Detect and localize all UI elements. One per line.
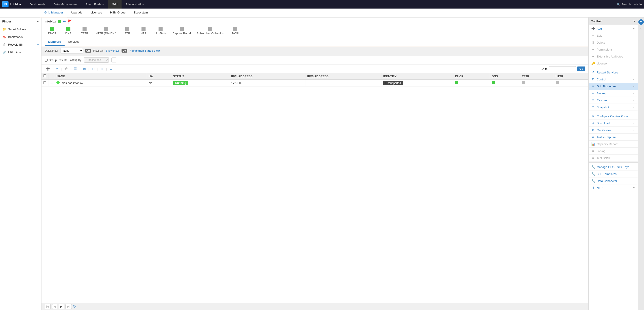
- nav-data-management[interactable]: Data Management: [50, 0, 82, 9]
- col-tftp[interactable]: TFTP: [520, 73, 554, 80]
- col-status[interactable]: STATUS: [171, 73, 230, 80]
- edit-grid-icon[interactable]: ✏: [63, 19, 66, 24]
- tab-hsm-group[interactable]: HSM Group: [106, 8, 130, 17]
- first-page-button[interactable]: |◀: [44, 304, 51, 309]
- col-ha[interactable]: HA: [147, 73, 171, 80]
- sidebar-collapse-icon[interactable]: «: [37, 19, 39, 23]
- col-ipv4[interactable]: IPV4 ADDRESS: [230, 73, 306, 80]
- row-select-checkbox[interactable]: [43, 81, 46, 84]
- tab-grid-manager[interactable]: Grid Manager: [40, 8, 67, 17]
- list-view-button[interactable]: ☰: [73, 66, 78, 71]
- toolbar-data-connector[interactable]: 🔧 Data Connector: [588, 178, 638, 185]
- select-all-checkbox[interactable]: [43, 74, 46, 77]
- app-logo[interactable]: IB Infoblox: [2, 1, 21, 8]
- toolbar-control[interactable]: ⚙ Control ▼: [588, 76, 638, 83]
- toolbar-snapshot[interactable]: ≡ Snapshot ▼: [588, 104, 638, 111]
- replication-status-link[interactable]: Replication Status View: [130, 49, 160, 52]
- detail-view-button[interactable]: ⊞: [82, 66, 87, 71]
- col-ipv6[interactable]: IPV6 ADDRESS: [306, 73, 382, 80]
- sidebar-item-url-links[interactable]: 🔗 URL Links +: [0, 48, 41, 56]
- toolbar-syslog[interactable]: ≡ Syslog: [588, 147, 638, 154]
- service-subscriber-collection[interactable]: Subscriber Collection: [194, 26, 227, 36]
- toolbar-test-snmp[interactable]: ≡ Test SNMP: [588, 154, 638, 162]
- service-captive-portal[interactable]: Captive Portal: [170, 26, 193, 36]
- help-button[interactable]: ?: [638, 19, 644, 25]
- nav-smart-folders[interactable]: Smart Folders: [82, 0, 108, 9]
- sidebar-item-recycle-bin[interactable]: 🗑 Recycle Bin +: [0, 41, 41, 48]
- export-button[interactable]: ⬆: [99, 66, 105, 71]
- toolbar-expand-icon[interactable]: »: [633, 19, 635, 23]
- col-identify[interactable]: IDENTIFY: [382, 73, 453, 80]
- toolbar-certificates[interactable]: ⚙ Certificates ▼: [588, 127, 638, 134]
- goto-button[interactable]: Go: [577, 67, 585, 71]
- edit-row-button[interactable]: ✏: [54, 66, 60, 71]
- toolbar-backup[interactable]: ↩ Backup ▼: [588, 90, 638, 97]
- tab-ecosystem[interactable]: Ecosystem: [130, 8, 152, 17]
- toolbar-download[interactable]: ⬇ Download ▼: [588, 120, 638, 127]
- table-row[interactable]: ☰ nios.poc.infoblox No Running 172.0.0.3: [42, 80, 588, 86]
- recycle-bin-add-button[interactable]: +: [37, 43, 39, 47]
- service-http[interactable]: HTTP (File Dist): [93, 26, 119, 36]
- tab-upgrade[interactable]: Upgrade: [67, 8, 86, 17]
- search-button[interactable]: 🔍 Search: [617, 3, 630, 6]
- col-dhcp[interactable]: DHCP: [453, 73, 490, 80]
- bookmarks-add-button[interactable]: +: [37, 35, 39, 39]
- toolbar-add[interactable]: ➕ Add ▼: [588, 25, 638, 32]
- goto-input[interactable]: [549, 66, 576, 71]
- url-links-add-button[interactable]: +: [37, 50, 39, 54]
- smart-folders-add-button[interactable]: +: [37, 27, 39, 31]
- sidebar-item-bookmarks[interactable]: 🔖 Bookmarks +: [0, 33, 41, 41]
- service-ntp[interactable]: NTP: [136, 26, 151, 36]
- last-page-button[interactable]: ▶|: [66, 304, 72, 309]
- row-checkbox[interactable]: [42, 80, 48, 86]
- toolbar-ntp[interactable]: ℹ NTP ▼: [588, 185, 638, 191]
- flag-icon[interactable]: 🚩: [68, 19, 72, 24]
- service-dhcp[interactable]: DHCP: [44, 26, 60, 36]
- service-ftp[interactable]: FTP: [120, 26, 135, 36]
- grid-view-button[interactable]: ⊟: [90, 66, 96, 71]
- toolbar-manage-gss-tsig[interactable]: 🔧 Manage GSS-TSIG Keys: [588, 164, 638, 171]
- toolbar-permissions[interactable]: ≡ Permissions: [588, 46, 638, 53]
- col-dns[interactable]: DNS: [490, 73, 520, 80]
- next-page-button[interactable]: ▶: [59, 304, 64, 309]
- group-by-select[interactable]: Choose one: [84, 57, 109, 63]
- col-name[interactable]: NAME: [55, 73, 147, 80]
- service-taxii[interactable]: TAXII: [228, 26, 243, 36]
- toolbar-traffic-capture[interactable]: ⇄ Traffic Capture: [588, 134, 638, 141]
- tab-services[interactable]: Services: [64, 38, 83, 46]
- service-dns[interactable]: DNS: [61, 26, 76, 36]
- toolbar-bfd-templates[interactable]: 🔧 BFD Templates: [588, 171, 638, 178]
- col-http[interactable]: HTTP: [554, 73, 588, 80]
- tab-licenses[interactable]: Licenses: [86, 8, 106, 17]
- toolbar-configure-captive-portal[interactable]: ✏ Configure Captive Portal: [588, 113, 638, 120]
- service-tftp[interactable]: TFTP: [77, 26, 92, 36]
- nav-grid[interactable]: Grid: [108, 0, 122, 9]
- service-bloxtools[interactable]: bloxTools: [152, 26, 169, 36]
- toolbar-restart-services[interactable]: ↺ Restart Services: [588, 69, 638, 76]
- tab-members[interactable]: Members: [44, 38, 64, 46]
- toolbar-license[interactable]: 🔑 License: [588, 60, 638, 67]
- add-group-button[interactable]: +: [112, 58, 116, 62]
- show-filter-link[interactable]: Show Filter: [106, 49, 119, 52]
- nav-dashboards[interactable]: Dashboards: [26, 0, 50, 9]
- group-results-checkbox[interactable]: [44, 59, 48, 62]
- toolbar-delete[interactable]: 🗑 Delete: [588, 39, 638, 46]
- toolbar-capacity-report[interactable]: 📊 Capacity Report: [588, 141, 638, 147]
- toolbar-grid-properties[interactable]: ≡ Grid Properties ▼: [588, 83, 638, 90]
- group-results-label[interactable]: Group Results: [44, 58, 67, 62]
- row-status: Running: [171, 80, 230, 86]
- sidebar-item-smart-folders[interactable]: 📁 Smart Folders +: [0, 25, 41, 33]
- nav-administration[interactable]: Administration: [122, 0, 148, 9]
- filter-on-toggle[interactable]: Off: [85, 49, 91, 53]
- toolbar-extensible-attributes[interactable]: ≡ Extensible Attributes: [588, 53, 638, 60]
- replication-toggle[interactable]: Off: [122, 49, 127, 53]
- toolbar-edit[interactable]: ✏ Edit: [588, 32, 638, 39]
- add-row-button[interactable]: ➕: [44, 66, 51, 71]
- print-button[interactable]: 🖨: [108, 66, 114, 71]
- side-collapse-button[interactable]: ‹: [639, 27, 643, 31]
- delete-row-button[interactable]: 🗑: [64, 66, 69, 71]
- toolbar-restore[interactable]: ≡ Restore ▼: [588, 97, 638, 104]
- quick-filter-select[interactable]: None: [60, 48, 83, 54]
- prev-page-button[interactable]: ◀: [52, 304, 58, 309]
- refresh-button[interactable]: ↻: [73, 304, 76, 309]
